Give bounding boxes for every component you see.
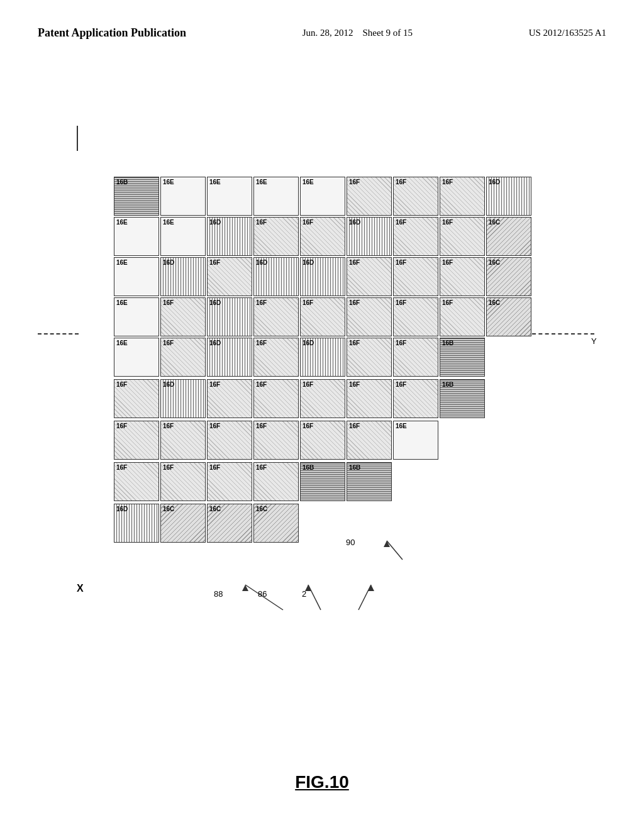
cell-label-6-1: 16F xyxy=(163,423,174,429)
cell-6-4: 16F xyxy=(300,421,345,460)
cell-4-7: 16B xyxy=(440,338,485,377)
cell-label-1-4: 16F xyxy=(303,219,313,226)
cell-5-2: 16F xyxy=(207,379,252,418)
cell-2-1: 16D xyxy=(160,257,206,296)
publication-date-sheet: Jun. 28, 2012 Sheet 9 of 15 xyxy=(303,25,413,40)
cell-7-1: 16F xyxy=(160,462,206,501)
cell-4-2: 16D xyxy=(207,338,252,377)
cell-6-2: 16F xyxy=(207,421,252,460)
cell-label-2-6: 16F xyxy=(396,259,406,266)
cell-8-0: 16D xyxy=(114,504,159,543)
cell-0-3: 16E xyxy=(253,177,299,216)
cell-label-2-3: 16D xyxy=(256,259,267,266)
cell-7-0: 16F xyxy=(114,462,159,501)
grid-row-8: 16D16C16C16C xyxy=(113,503,538,545)
cell-label-0-0: 16B xyxy=(116,179,128,185)
grid-row-5: 16F16D16F16F16F16F16F16B xyxy=(113,379,538,420)
cell-label-1-6: 16F xyxy=(396,219,406,226)
cell-1-5: 16D xyxy=(347,217,392,256)
cell-0-8: 16D xyxy=(486,177,531,216)
cell-label-6-4: 16F xyxy=(303,423,313,429)
cell-7-2: 16F xyxy=(207,462,252,501)
cell-label-4-2: 16D xyxy=(209,340,221,346)
annotation-2: 2 xyxy=(302,589,306,599)
cell-5-0: 16F xyxy=(114,379,159,418)
publication-title: Patent Application Publication xyxy=(38,25,186,41)
cell-1-6: 16F xyxy=(393,217,438,256)
cell-label-0-5: 16F xyxy=(349,179,360,185)
cell-label-6-2: 16F xyxy=(209,423,220,429)
cell-label-4-4: 16D xyxy=(303,340,314,346)
cell-3-5: 16F xyxy=(347,297,392,336)
cell-label-4-7: 16B xyxy=(442,340,453,346)
cell-label-0-3: 16E xyxy=(256,179,267,185)
cell-8-2: 16C xyxy=(207,504,252,543)
cell-label-7-5: 16B xyxy=(349,464,360,471)
cell-label-5-7: 16B xyxy=(442,381,453,388)
cell-label-3-5: 16F xyxy=(349,299,360,306)
cell-label-3-4: 16F xyxy=(303,299,313,306)
cell-1-7: 16F xyxy=(440,217,485,256)
cell-label-4-5: 16F xyxy=(349,340,360,346)
cell-label-7-2: 16F xyxy=(209,464,220,471)
cell-7-5: 16B xyxy=(347,462,392,501)
cell-1-3: 16F xyxy=(253,217,299,256)
cell-label-5-6: 16F xyxy=(396,381,406,388)
cell-label-5-0: 16F xyxy=(116,381,127,388)
cell-label-5-1: 16D xyxy=(163,381,174,388)
cell-label-2-0: 16E xyxy=(116,259,128,266)
cell-4-0: 16E xyxy=(114,338,159,377)
x-axis-label: X xyxy=(77,583,84,594)
cell-label-7-4: 16B xyxy=(303,464,314,471)
cell-5-3: 16F xyxy=(253,379,299,418)
cell-label-1-5: 16D xyxy=(349,219,360,226)
cell-label-7-3: 16F xyxy=(256,464,267,471)
cell-label-4-1: 16F xyxy=(163,340,174,346)
grid-row-2: 16E16D16F16D16D16F16F16F16C xyxy=(113,257,538,297)
cell-label-0-6: 16F xyxy=(396,179,406,185)
cell-2-6: 16F xyxy=(393,257,438,296)
cell-label-1-8: 16C xyxy=(489,219,500,226)
cell-label-1-3: 16F xyxy=(256,219,267,226)
cell-label-3-1: 16F xyxy=(163,299,174,306)
y-axis-label: Y xyxy=(591,336,597,346)
cell-2-7: 16F xyxy=(440,257,485,296)
cell-label-4-0: 16E xyxy=(116,340,128,346)
annotation-90: 90 xyxy=(346,538,355,547)
cell-label-5-2: 16F xyxy=(209,381,220,388)
cell-1-2: 16D xyxy=(207,217,252,256)
cell-5-1: 16D xyxy=(160,379,206,418)
cell-5-4: 16F xyxy=(300,379,345,418)
cell-label-1-2: 16D xyxy=(209,219,221,226)
cell-4-6: 16F xyxy=(393,338,438,377)
cell-label-1-7: 16F xyxy=(442,219,453,226)
cell-label-7-1: 16F xyxy=(163,464,174,471)
cell-5-7: 16B xyxy=(440,379,485,418)
cell-label-0-7: 16F xyxy=(442,179,453,185)
cell-3-8: 16C xyxy=(486,297,531,336)
cell-0-1: 16E xyxy=(160,177,206,216)
cell-2-2: 16F xyxy=(207,257,252,296)
cell-label-6-0: 16F xyxy=(116,423,127,429)
cell-label-7-0: 16F xyxy=(116,464,127,471)
cell-7-4: 16B xyxy=(300,462,345,501)
cell-label-6-3: 16F xyxy=(256,423,267,429)
grid-row-1: 16E16E16D16F16F16D16F16F16C xyxy=(113,216,538,257)
cell-label-5-5: 16F xyxy=(349,381,360,388)
cell-label-4-6: 16F xyxy=(396,340,406,346)
figure-label: FIG.10 xyxy=(295,772,349,792)
cell-label-3-8: 16C xyxy=(489,299,500,306)
cell-0-5: 16F xyxy=(347,177,392,216)
cell-8-3: 16C xyxy=(253,504,299,543)
grid-row-4: 16E16F16D16F16D16F16F16B xyxy=(113,337,538,379)
cell-3-7: 16F xyxy=(440,297,485,336)
cell-3-2: 16D xyxy=(207,297,252,336)
dashed-h-left xyxy=(38,333,79,335)
grid-diagram: 16B16E16E16E16E16F16F16F16D16E16E16D16F1… xyxy=(113,176,538,545)
cell-label-2-7: 16F xyxy=(442,259,453,266)
grid-row-0: 16B16E16E16E16E16F16F16F16D xyxy=(113,176,538,216)
cell-label-0-2: 16E xyxy=(209,179,221,185)
cell-7-3: 16F xyxy=(253,462,299,501)
cell-label-0-1: 16E xyxy=(163,179,174,185)
cell-6-3: 16F xyxy=(253,421,299,460)
